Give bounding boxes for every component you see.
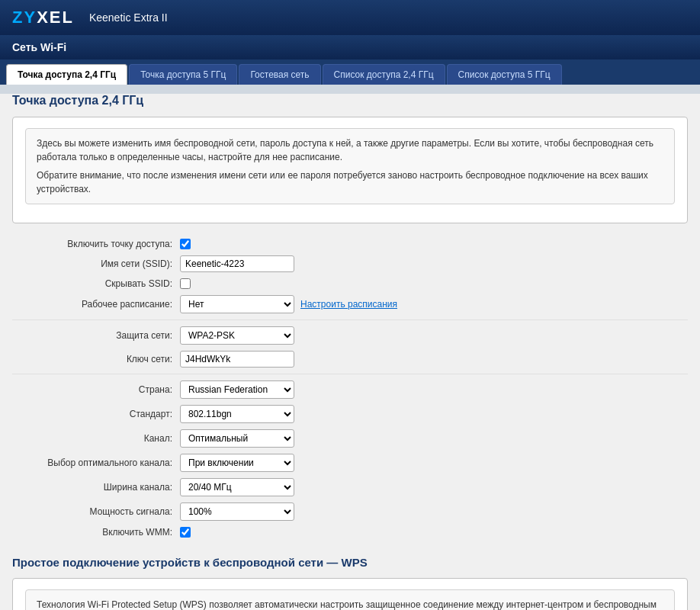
country-select[interactable]: Russian Federation: [180, 380, 294, 399]
schedule-link[interactable]: Настроить расписания: [300, 299, 397, 310]
ssid-label: Имя сети (SSID):: [12, 258, 180, 269]
key-input[interactable]: [180, 351, 294, 368]
schedule-row: Рабочее расписание: Нет Настроить распис…: [12, 295, 688, 313]
wps-info-section: Технология Wi-Fi Protected Setup (WPS) п…: [12, 578, 688, 610]
section-title: Сеть Wi-Fi: [12, 41, 66, 53]
standard-label: Стандарт:: [12, 409, 180, 419]
wps-info-text: Технология Wi-Fi Protected Setup (WPS) п…: [37, 598, 663, 610]
bandwidth-label: Ширина канала:: [12, 482, 180, 493]
channel-row: Канал: Оптимальный: [12, 429, 688, 448]
enable-row: Включить точку доступа:: [12, 239, 688, 249]
hide-ssid-label: Скрывать SSID:: [12, 278, 180, 289]
hide-ssid-checkbox[interactable]: [180, 278, 191, 289]
optimal-channel-select[interactable]: При включении: [180, 454, 294, 472]
enable-label: Включить точку доступа:: [12, 239, 180, 249]
header: ZYXEL Keenetic Extra II: [0, 0, 700, 35]
zyxel-logo: ZYXEL: [12, 8, 74, 27]
security-row: Защита сети: WPA2-PSK: [12, 326, 688, 345]
hide-ssid-control: [180, 278, 191, 289]
wps-heading: Простое подключение устройств к беспрово…: [12, 556, 688, 569]
channel-control: Оптимальный: [180, 429, 294, 448]
country-control: Russian Federation: [180, 380, 294, 399]
tab-access-point-5[interactable]: Точка доступа 5 ГГц: [129, 64, 237, 85]
access-point-heading: Точка доступа 2,4 ГГц: [12, 94, 688, 108]
security-control: WPA2-PSK: [180, 326, 294, 345]
key-row: Ключ сети:: [12, 351, 688, 368]
power-control: 100%: [180, 502, 294, 521]
channel-select[interactable]: Оптимальный: [180, 429, 294, 448]
standard-control: 802.11bgn: [180, 405, 294, 423]
main-content: Точка доступа 2,4 ГГц Здесь вы можете из…: [0, 94, 700, 610]
optimal-channel-label: Выбор оптимального канала:: [12, 458, 180, 468]
power-row: Мощность сигнала: 100%: [12, 502, 688, 521]
tab-access-point-24[interactable]: Точка доступа 2,4 ГГц: [6, 64, 127, 85]
bandwidth-select[interactable]: 20/40 МГц: [180, 478, 294, 496]
power-label: Мощность сигнала:: [12, 506, 180, 517]
tab-access-list-24[interactable]: Список доступа 2,4 ГГц: [323, 64, 445, 85]
wmm-checkbox[interactable]: [180, 527, 191, 538]
ssid-control: [180, 255, 294, 272]
tab-guest-network[interactable]: Гостевая сеть: [239, 64, 320, 85]
security-label: Защита сети:: [12, 330, 180, 341]
hide-ssid-row: Скрывать SSID:: [12, 278, 688, 289]
key-label: Ключ сети:: [12, 354, 180, 364]
access-point-form: Включить точку доступа: Имя сети (SSID):…: [0, 233, 700, 553]
country-row: Страна: Russian Federation: [12, 380, 688, 399]
schedule-select[interactable]: Нет: [180, 295, 294, 313]
ssid-input[interactable]: [180, 255, 294, 272]
wps-info-box: Технология Wi-Fi Protected Setup (WPS) п…: [25, 589, 675, 610]
info-text-2: Обратите внимание, что после изменения и…: [37, 169, 663, 196]
ssid-row: Имя сети (SSID):: [12, 255, 688, 272]
power-select[interactable]: 100%: [180, 502, 294, 521]
country-label: Страна:: [12, 384, 180, 395]
wmm-label: Включить WMM:: [12, 527, 180, 538]
standard-select[interactable]: 802.11bgn: [180, 405, 294, 423]
info-section: Здесь вы можете изменить имя беспроводно…: [12, 117, 688, 223]
key-control: [180, 351, 294, 368]
info-text-1: Здесь вы можете изменить имя беспроводно…: [37, 136, 663, 164]
enable-checkbox[interactable]: [180, 239, 191, 249]
model-name: Keenetic Extra II: [89, 11, 168, 24]
channel-label: Канал:: [12, 433, 180, 444]
wmm-row: Включить WMM:: [12, 527, 688, 538]
standard-row: Стандарт: 802.11bgn: [12, 405, 688, 423]
enable-control: [180, 239, 191, 249]
bandwidth-row: Ширина канала: 20/40 МГц: [12, 478, 688, 496]
section-title-bar: Сеть Wi-Fi: [0, 35, 700, 59]
bandwidth-control: 20/40 МГц: [180, 478, 294, 496]
tab-access-list-5[interactable]: Список доступа 5 ГГц: [447, 64, 562, 85]
tab-bar: Точка доступа 2,4 ГГц Точка доступа 5 ГГ…: [0, 59, 700, 85]
optimal-channel-row: Выбор оптимального канала: При включении: [12, 454, 688, 472]
security-select[interactable]: WPA2-PSK: [180, 326, 294, 345]
wmm-control: [180, 527, 191, 538]
schedule-label: Рабочее расписание:: [12, 299, 180, 310]
info-box: Здесь вы можете изменить имя беспроводно…: [25, 128, 675, 204]
schedule-control: Нет Настроить расписания: [180, 295, 397, 313]
optimal-channel-control: При включении: [180, 454, 294, 472]
